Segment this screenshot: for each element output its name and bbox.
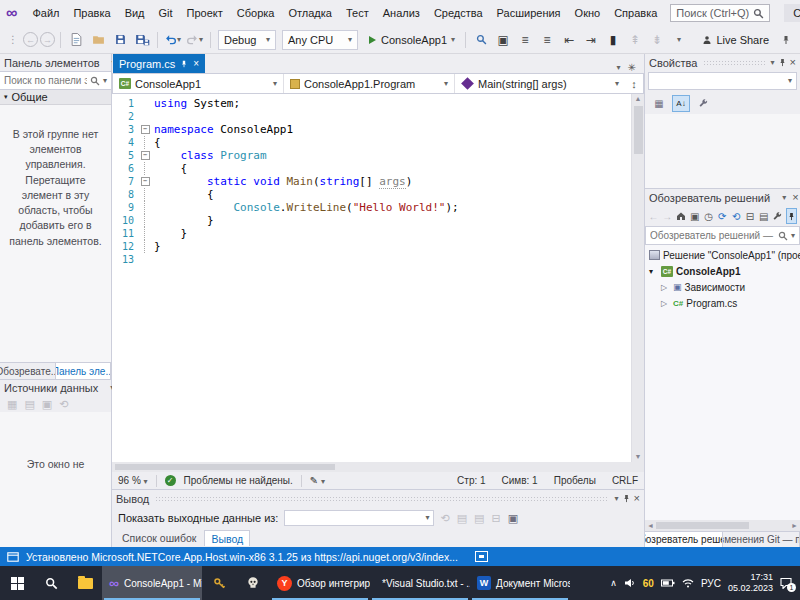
new-project-icon[interactable] bbox=[66, 30, 86, 50]
tree-row-solution[interactable]: Решение "ConsoleApp1" (проекты: 1 из 1) bbox=[645, 247, 800, 263]
pin-icon[interactable] bbox=[622, 494, 631, 503]
taskbar-word-button[interactable]: W Документ Microso... bbox=[470, 566, 570, 600]
tray-expand-chevron[interactable]: ∧ bbox=[610, 578, 617, 588]
language-indicator[interactable]: РУС bbox=[701, 578, 721, 589]
toolbar-overflow-icon[interactable]: ▾ bbox=[669, 30, 689, 50]
scrollbar-thumb[interactable] bbox=[115, 464, 335, 470]
close-icon[interactable]: × bbox=[634, 493, 640, 504]
menu-item[interactable]: Средства bbox=[427, 0, 490, 26]
edit-data-source-icon[interactable]: ▤ bbox=[24, 398, 34, 411]
editor-options-gear-icon[interactable]: ✳ bbox=[628, 62, 636, 73]
panel-menu-icon[interactable]: ▾ bbox=[771, 59, 775, 67]
start-button[interactable] bbox=[0, 566, 34, 600]
navigate-forward-icon[interactable]: → bbox=[40, 32, 55, 47]
track-changes-icon[interactable]: ✎ ▾ bbox=[310, 475, 325, 486]
expander-icon[interactable]: ▾ bbox=[649, 267, 658, 276]
menu-item[interactable]: Правка bbox=[66, 0, 117, 26]
platform-dropdown[interactable]: Any CPU ▾ bbox=[282, 30, 358, 50]
tab-toolbox[interactable]: Панель эле... bbox=[56, 363, 112, 379]
scrollbar-thumb[interactable] bbox=[656, 522, 749, 529]
scroll-down-icon[interactable]: ▼ bbox=[635, 452, 642, 462]
pending-changes-filter-icon[interactable]: ◷ bbox=[703, 208, 714, 224]
show-output-window-icon[interactable]: ▣ bbox=[493, 30, 513, 50]
sync-with-active-document-icon[interactable]: ⟳ bbox=[717, 208, 728, 224]
battery-icon[interactable] bbox=[661, 579, 675, 587]
taskbar-skull-game-button[interactable] bbox=[236, 566, 270, 600]
scroll-right-icon[interactable]: ► bbox=[791, 522, 798, 529]
preview-selected-items-icon[interactable] bbox=[786, 208, 797, 224]
menu-item[interactable]: Окно bbox=[568, 0, 608, 26]
menu-item[interactable]: Тест bbox=[339, 0, 376, 26]
next-message-icon[interactable]: ▤ bbox=[474, 512, 484, 525]
open-file-icon[interactable] bbox=[88, 30, 108, 50]
taskbar-notepad-button[interactable]: *Visual Studio.txt - ... bbox=[370, 566, 470, 600]
back-icon[interactable]: ← bbox=[648, 208, 659, 224]
tab-error-list[interactable]: Список ошибок bbox=[116, 530, 202, 546]
save-icon[interactable] bbox=[110, 30, 130, 50]
find-message-icon[interactable]: ⟲ bbox=[440, 512, 449, 525]
pin-icon[interactable] bbox=[778, 58, 787, 67]
properties-object-dropdown[interactable]: ▾ bbox=[648, 72, 797, 90]
scroll-up-icon[interactable]: ▲ bbox=[635, 94, 642, 104]
increase-indent-icon[interactable]: ⇥ bbox=[581, 30, 601, 50]
toolbox-group-general[interactable]: ▾ Общие bbox=[0, 90, 111, 105]
menu-item[interactable]: Отладка bbox=[281, 0, 338, 26]
redo-icon[interactable]: ▾ bbox=[185, 30, 205, 50]
tab-program-cs[interactable]: Program.cs × bbox=[113, 54, 205, 73]
status-task-icon[interactable] bbox=[7, 552, 19, 562]
taskbar-search-button[interactable] bbox=[34, 566, 68, 600]
toolbox-panel-header[interactable]: Панель элементов ▾ × bbox=[0, 54, 111, 71]
type-dropdown[interactable]: ConsoleApp1.Program ▾ bbox=[284, 74, 455, 93]
scrollbar-thumb[interactable] bbox=[634, 106, 643, 154]
editor-horizontal-scrollbar[interactable] bbox=[112, 462, 644, 472]
project-dropdown[interactable]: C# ConsoleApp1 ▾ bbox=[113, 74, 284, 93]
refresh-icon[interactable]: ⟲ bbox=[731, 208, 742, 224]
toolbox-search-input[interactable]: Поиск по панели элемен ▾ bbox=[0, 71, 111, 90]
expander-icon[interactable]: ▷ bbox=[661, 283, 670, 292]
toolbar-grip[interactable]: ⋮ bbox=[8, 34, 18, 45]
uncomment-selection-icon[interactable]: ≡ bbox=[537, 30, 557, 50]
panel-drag-grip[interactable] bbox=[703, 60, 764, 65]
comment-selection-icon[interactable]: ≡ bbox=[515, 30, 535, 50]
chevron-down-icon[interactable]: ▾ bbox=[791, 232, 795, 240]
code-lines[interactable]: 1using System;23−namespace ConsoleApp14{… bbox=[112, 94, 631, 462]
menu-item[interactable]: Вид bbox=[118, 0, 152, 26]
chevron-down-icon[interactable]: ▾ bbox=[103, 77, 107, 85]
tab-server-explorer[interactable]: Обозревате... bbox=[0, 363, 56, 379]
output-source-dropdown[interactable]: ▾ bbox=[284, 510, 434, 526]
file-explorer-button[interactable] bbox=[68, 566, 102, 600]
refresh-icon[interactable]: ⟲ bbox=[59, 398, 68, 411]
health-label[interactable]: Проблемы не найдены. bbox=[184, 475, 293, 486]
zoom-level-dropdown[interactable]: 96 % ▾ bbox=[118, 475, 148, 486]
undo-icon[interactable]: ▾ bbox=[163, 30, 183, 50]
menu-item[interactable]: Git bbox=[152, 0, 180, 26]
status-notification-icon[interactable] bbox=[475, 551, 488, 562]
menu-item[interactable]: Проект bbox=[180, 0, 230, 26]
tab-git-changes[interactable]: Изменения Git — п... bbox=[723, 532, 800, 547]
bookmark-next-icon[interactable]: ⇟ bbox=[647, 30, 667, 50]
bookmark-icon[interactable]: ▮ bbox=[603, 30, 623, 50]
add-data-source-icon[interactable]: ▦ bbox=[7, 398, 17, 411]
wifi-icon[interactable] bbox=[682, 578, 694, 588]
live-share-button[interactable]: Live Share bbox=[702, 34, 795, 46]
alphabetical-view-icon[interactable]: A↓ bbox=[672, 95, 690, 112]
tab-solution-explorer[interactable]: Обозреватель реше... bbox=[645, 532, 723, 547]
menu-item[interactable]: Анализ bbox=[376, 0, 427, 26]
switch-views-icon[interactable]: ▣ bbox=[689, 208, 700, 224]
categorized-view-icon[interactable]: ▦ bbox=[650, 95, 668, 112]
taskbar-yandex-button[interactable]: Y Обзор интегриров... bbox=[270, 566, 370, 600]
panel-drag-grip[interactable] bbox=[155, 496, 608, 501]
forward-icon[interactable]: → bbox=[662, 208, 673, 224]
previous-message-icon[interactable]: ▤ bbox=[457, 512, 467, 525]
volume-icon[interactable] bbox=[624, 578, 636, 588]
solution-explorer-header[interactable]: Обозреватель решений ▾ × bbox=[645, 189, 800, 206]
configuration-dropdown[interactable]: Debug ▾ bbox=[218, 30, 276, 50]
scroll-left-icon[interactable]: ◄ bbox=[647, 522, 654, 529]
data-sources-panel-header[interactable]: Источники данных ▾ × bbox=[0, 379, 111, 396]
quick-search-box[interactable]: Поиск (Ctrl+Q) bbox=[670, 4, 770, 22]
active-files-dropdown-icon[interactable]: ▾ bbox=[617, 64, 621, 72]
collapse-all-icon[interactable]: ⊟ bbox=[744, 208, 755, 224]
show-all-files-icon[interactable]: ▤ bbox=[758, 208, 769, 224]
menu-item[interactable]: Справка bbox=[607, 0, 664, 26]
code-editor[interactable]: 1using System;23−namespace ConsoleApp14{… bbox=[112, 94, 644, 462]
